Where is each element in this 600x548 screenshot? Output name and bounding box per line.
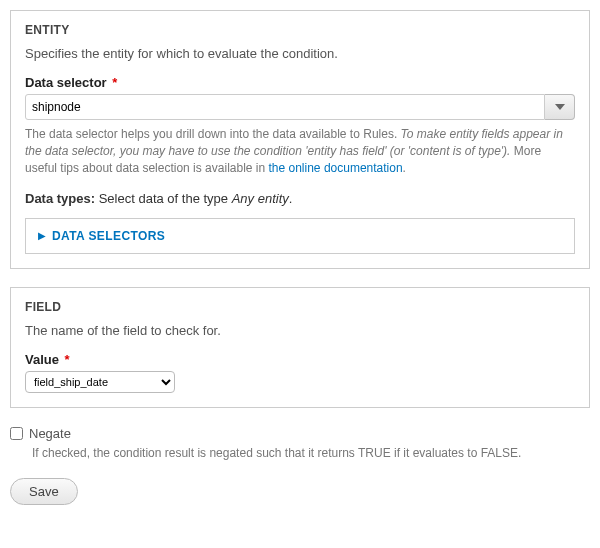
negate-checkbox[interactable]	[10, 427, 23, 440]
data-types-row: Data types: Select data of the type Any …	[25, 191, 575, 206]
required-indicator: *	[112, 75, 117, 90]
data-selector-input[interactable]	[25, 94, 545, 120]
entity-description: Specifies the entity for which to evalua…	[25, 45, 575, 63]
data-selectors-label: DATA SELECTORS	[52, 229, 165, 243]
triangle-right-icon: ▶	[38, 231, 46, 241]
negate-help: If checked, the condition result is nega…	[32, 445, 590, 462]
value-label-row: Value *	[25, 352, 575, 367]
data-selector-label-row: Data selector *	[25, 75, 575, 90]
chevron-down-icon	[555, 104, 565, 110]
field-title: FIELD	[25, 300, 575, 314]
save-button[interactable]: Save	[10, 478, 78, 505]
field-fieldset: FIELD The name of the field to check for…	[10, 287, 590, 408]
entity-title: ENTITY	[25, 23, 575, 37]
field-description: The name of the field to check for.	[25, 322, 575, 340]
data-selectors-toggle[interactable]: ▶ DATA SELECTORS	[25, 218, 575, 254]
data-selector-help: The data selector helps you drill down i…	[25, 126, 575, 176]
online-documentation-link[interactable]: the online documentation	[269, 161, 403, 175]
negate-label[interactable]: Negate	[29, 426, 71, 441]
data-selector-label: Data selector	[25, 75, 107, 90]
negate-row: Negate	[10, 426, 590, 441]
entity-fieldset: ENTITY Specifies the entity for which to…	[10, 10, 590, 269]
value-select[interactable]: field_ship_date	[25, 371, 175, 393]
value-label: Value	[25, 352, 59, 367]
required-indicator: *	[65, 352, 70, 367]
data-selector-combo	[25, 94, 575, 120]
data-selector-dropdown-button[interactable]	[545, 94, 575, 120]
